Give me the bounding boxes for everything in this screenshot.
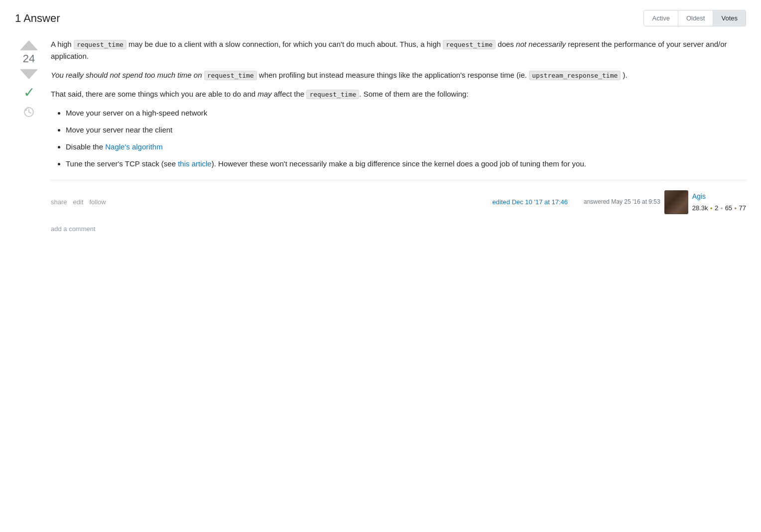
p1-code-2: request_time [443, 40, 496, 49]
p3-text-after: affect the [272, 90, 307, 98]
p1-text-before: A high [51, 40, 74, 48]
username-link[interactable]: Agis [692, 191, 746, 202]
vote-column: 24 ✓ [15, 38, 43, 235]
user-info: Agis 28.3k ● 2 ● 65 ● 77 [692, 191, 746, 213]
sort-votes-button[interactable]: Votes [713, 10, 746, 26]
p3-text-before: That said, there are some things which y… [51, 90, 257, 98]
list-item-4-before: Tune the server's TCP stack (see [66, 159, 178, 168]
list-item-2: Move your server near the client [66, 124, 746, 136]
list-item-4-after: ). However these won't necessarily make … [212, 159, 586, 168]
p2-code-2: upstream_response_time [529, 71, 621, 80]
user-card: answered May 25 '16 at 9:53 Agis 28.3k ●… [584, 190, 746, 214]
p1-text-after1: may be due to a client with a slow conne… [127, 40, 443, 48]
list-item-4: Tune the server's TCP stack (see this ar… [66, 158, 746, 170]
this-article-link[interactable]: this article [178, 159, 212, 168]
bronze-badge-dot: ● [734, 205, 737, 212]
user-reputation: 28.3k ● 2 ● 65 ● 77 [692, 203, 746, 214]
history-icon[interactable] [23, 107, 34, 121]
avatar-image [664, 190, 688, 214]
nagles-algorithm-link[interactable]: Nagle's algorithm [105, 142, 162, 151]
p2-italic-start: You really should not spend too much tim… [51, 71, 204, 79]
paragraph-1: A high request_time may be due to a clie… [51, 38, 746, 62]
bronze-badge-count: 77 [739, 203, 746, 214]
p2-code-1: request_time [204, 71, 257, 80]
paragraph-2: You really should not spend too much tim… [51, 69, 746, 81]
add-comment-link[interactable]: add a comment [51, 224, 746, 235]
p3-italic: may [257, 90, 271, 98]
p3-code: request_time [306, 90, 359, 99]
answer-footer: share edit follow edited Dec 10 '17 at 1… [51, 190, 746, 214]
rep-count: 28.3k [692, 203, 708, 214]
silver-badge-count: 65 [725, 203, 732, 214]
footer-divider [51, 180, 746, 180]
answered-text: answered May 25 '16 at 9:53 [584, 197, 660, 207]
answer-body: A high request_time may be due to a clie… [51, 38, 746, 235]
list-item-3: Disable the Nagle's algorithm [66, 141, 746, 153]
p1-italic: not necessarily [516, 40, 566, 48]
gold-badge-count: 2 [715, 203, 718, 214]
list-item-1: Move your server on a high-speed network [66, 107, 746, 119]
sort-oldest-button[interactable]: Oldest [678, 10, 714, 26]
p1-code-1: request_time [74, 40, 127, 49]
edited-link[interactable]: edited Dec 10 '17 at 17:46 [493, 198, 568, 206]
vote-down-button[interactable] [20, 69, 38, 79]
edited-info: edited Dec 10 '17 at 17:46 [493, 197, 568, 208]
answers-count-title: 1 Answer [15, 12, 60, 25]
answer-container: 24 ✓ A high request_time may be due to a… [15, 38, 746, 235]
p2-text-middle: when profiling but instead measure thing… [257, 71, 529, 79]
p1-text-does: does [496, 40, 516, 48]
avatar [664, 190, 688, 214]
gold-badge-dot: ● [710, 205, 713, 212]
follow-link[interactable]: follow [90, 197, 106, 208]
share-link[interactable]: share [51, 197, 67, 208]
vote-up-button[interactable] [20, 40, 38, 50]
sort-active-button[interactable]: Active [644, 10, 678, 26]
edit-link[interactable]: edit [73, 197, 84, 208]
p3-text-end: . Some of them are the following: [359, 90, 468, 98]
answer-list: Move your server on a high-speed network… [66, 107, 746, 170]
p2-text-end: ). [621, 71, 627, 79]
list-item-3-before: Disable the [66, 142, 105, 151]
accepted-check-icon: ✓ [23, 84, 35, 101]
user-card-meta: answered May 25 '16 at 9:53 [584, 197, 660, 207]
vote-count: 24 [23, 52, 35, 65]
answers-header: 1 Answer Active Oldest Votes [15, 10, 746, 26]
silver-badge-dot: ● [720, 205, 723, 212]
paragraph-3: That said, there are some things which y… [51, 88, 746, 100]
sort-buttons-group: Active Oldest Votes [643, 10, 746, 26]
